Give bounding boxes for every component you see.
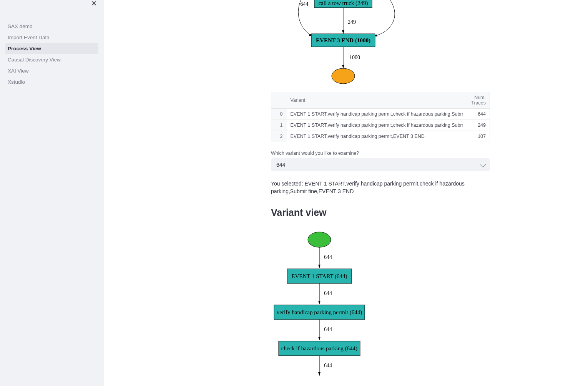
table-cell-variant: EVENT 1 START,verify handicap parking pe… [287, 120, 463, 131]
variant-select-value: 644 [276, 162, 285, 168]
table-header-index [271, 92, 287, 109]
variant-view-heading: Variant view [271, 207, 490, 218]
sidebar-item-import-event-data[interactable]: Import Event Data [5, 32, 98, 43]
table-cell-variant: EVENT 1 START,verify handicap parking pe… [287, 131, 463, 142]
table-header-num-traces: Num. Traces [463, 92, 490, 109]
variant-select[interactable]: 644 [271, 158, 490, 171]
variants-table: Variant Num. Traces 0 EVENT 1 START,veri… [271, 92, 490, 142]
close-icon[interactable]: ✕ [91, 0, 97, 7]
diagram-sink-node [332, 68, 355, 84]
selection-text: You selected: EVENT 1 START,verify handi… [271, 180, 490, 195]
main-content: call a tow truck (249) 644 249 EVENT 3 E… [104, 0, 588, 386]
variant-node-1: EVENT 1 START (644) [291, 273, 347, 280]
sidebar-item-causal-discovery-view[interactable]: Causal Discovery View [5, 54, 98, 65]
table-cell-index: 0 [271, 109, 287, 120]
table-row[interactable]: 0 EVENT 1 START,verify handicap parking … [271, 109, 490, 120]
sidebar-item-process-view[interactable]: Process View [5, 43, 98, 54]
diagram-node-end: EVENT 3 END (1000) [316, 37, 370, 44]
table-cell-variant: EVENT 1 START,verify handicap parking pe… [287, 109, 463, 120]
variant-diagram: 644 EVENT 1 START (644) 644 verify handi… [271, 223, 490, 378]
variant-edge-2: 644 [324, 290, 332, 296]
variant-source-node [308, 232, 331, 247]
table-row[interactable]: 1 EVENT 1 START,verify handicap parking … [271, 120, 490, 131]
sidebar-item-xstudio[interactable]: Xstudio [5, 76, 98, 88]
table-row[interactable]: 2 EVENT 1 START,verify handicap parking … [271, 131, 490, 142]
diagram-node-call-tow: call a tow truck (249) [318, 0, 368, 7]
variant-select-label: Which variant would you like to examine? [271, 151, 490, 156]
diagram-edge-mid-label: 249 [348, 19, 356, 25]
table-cell-traces: 644 [463, 109, 490, 120]
table-cell-traces: 249 [463, 120, 490, 131]
variant-edge-3: 644 [324, 326, 332, 332]
variant-node-2: verify handicap parking permit (644) [277, 309, 362, 316]
diagram-edge-left-label: 644 [301, 1, 309, 7]
table-cell-traces: 107 [463, 131, 490, 142]
table-cell-index: 1 [271, 120, 287, 131]
table-header-variant: Variant [287, 92, 463, 109]
chevron-down-icon [480, 161, 486, 167]
variant-edge-4: 644 [324, 363, 332, 368]
sidebar-nav: SAX demo Import Event Data Process View … [0, 19, 104, 89]
variant-node-3: check if hazardous parking (644) [281, 345, 357, 352]
sidebar: ✕ SAX demo Import Event Data Process Vie… [0, 0, 104, 386]
diagram-edge-end-label: 1000 [349, 55, 360, 60]
process-diagram: call a tow truck (249) 644 249 EVENT 3 E… [271, 0, 490, 88]
sidebar-item-sax-demo[interactable]: SAX demo [5, 21, 98, 32]
sidebar-item-xai-view[interactable]: XAI View [5, 65, 98, 76]
table-cell-index: 2 [271, 131, 287, 142]
variant-edge-1: 644 [324, 254, 332, 260]
